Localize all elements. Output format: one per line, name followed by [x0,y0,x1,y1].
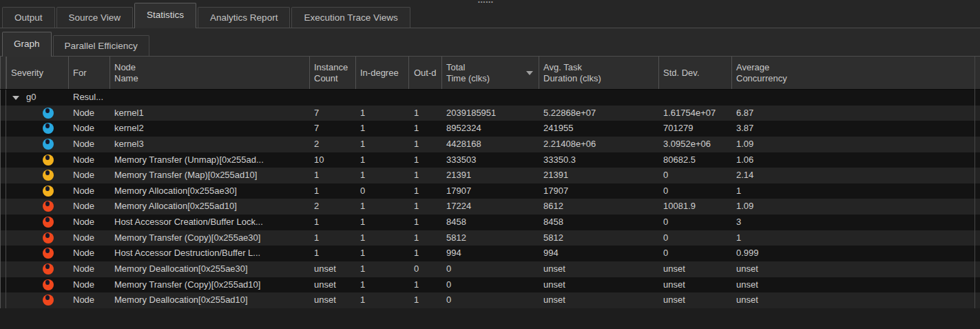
severity-cell [7,137,69,152]
table-row[interactable]: Node kernel1 7 1 1 2039185951 5.22868e+0… [0,106,980,121]
avg-concurrency-cell: 1.09 [732,199,980,215]
table-row[interactable]: Node Memory Allocation[0x255ad10] 2 1 1 … [0,199,980,215]
table-row[interactable]: Node Host Accessor Creation/Buffer Lock.… [0,215,980,230]
col-total-time[interactable]: Total Time (clks) [442,57,539,89]
avg-concurrency-cell: unset [732,277,980,293]
group-name: g0 [26,90,36,106]
severity-icon [43,232,54,243]
col-instance-count[interactable]: Instance Count [310,57,356,89]
avg-task-duration-cell: 21391 [539,168,659,183]
in-degree-cell: 0 [356,183,409,199]
in-degree-cell: 1 [356,152,409,168]
avg-concurrency-cell: 6.87 [732,106,980,121]
table-row[interactable]: Node Memory Deallocation[0x255ae30] unse… [0,261,980,277]
tab-execution-trace-views[interactable]: Execution Trace Views [291,7,410,28]
for-cell: Node [69,168,110,183]
col-in-degree[interactable]: In-degree [356,57,409,89]
group-row-g0[interactable]: g0 Resul... [0,90,980,106]
for-cell: Node [69,152,110,168]
out-degree-cell: 1 [409,215,442,230]
avg-task-duration-cell: 8458 [539,215,659,230]
avg-concurrency-cell: unset [732,261,980,277]
in-degree-cell: 1 [356,215,409,230]
severity-icon [43,248,54,259]
std-dev-cell: unset [659,292,732,308]
std-dev-cell: 0 [659,168,732,183]
col-for[interactable]: For [69,57,110,89]
instance-count-cell: 2 [310,199,356,215]
row-grip [0,230,7,246]
severity-icon [43,170,54,181]
table-row[interactable]: Node Host Accessor Destruction/Buffer L.… [0,246,980,261]
table-row[interactable]: Node kernel2 7 1 1 8952324 241955 701279… [0,121,980,137]
node-name-cell: Memory Transfer (Copy)[0x255ae30] [110,230,310,246]
severity-cell [7,261,69,277]
total-time-cell: 0 [442,277,539,293]
instance-count-cell: unset [310,277,356,293]
severity-icon [43,186,54,197]
in-degree-cell: 1 [356,261,409,277]
out-degree-cell: 1 [409,106,442,121]
tab-graph[interactable]: Graph [2,32,52,57]
avg-task-duration-cell [539,90,659,106]
node-name-cell: Memory Transfer (Map)[0x255ad10] [110,168,310,183]
out-degree-cell: 1 [409,168,442,183]
tab-statistics[interactable]: Statistics [134,3,196,28]
row-grip [0,137,7,152]
tab-analytics-report[interactable]: Analytics Report [198,7,290,28]
for-cell: Node [69,230,110,246]
for-cell: Node [69,137,110,152]
severity-cell [7,292,69,308]
severity-icon [43,139,54,150]
severity-cell [7,121,69,137]
col-total-time-label: Total Time (clks) [446,62,490,84]
severity-icon [43,279,54,290]
instance-count-cell: 1 [310,246,356,261]
node-name-cell: Memory Allocation[0x255ad10] [110,199,310,215]
avg-concurrency-cell: 3 [732,215,980,230]
std-dev-cell: 1.61754e+07 [659,106,732,121]
splitter-handle[interactable]: •••••• [478,0,494,5]
col-std-dev[interactable]: Std. Dev. [659,57,732,89]
row-grip [0,199,7,215]
table-row[interactable]: Node Memory Deallocation[0x255ad10] unse… [0,292,980,308]
severity-cell [7,230,69,246]
out-degree-cell: 1 [409,277,442,293]
col-severity[interactable]: Severity [7,57,69,89]
avg-task-duration-cell: 17907 [539,183,659,199]
row-grip [0,183,7,199]
instance-count-cell: 2 [310,137,356,152]
avg-task-duration-cell: 2.21408e+06 [539,137,659,152]
std-dev-cell: 80682.5 [659,152,732,168]
table-row[interactable]: Node Memory Transfer (Map)[0x255ad10] 1 … [0,168,980,183]
table-row[interactable]: Node Memory Transfer (Copy)[0x255ae30] 1… [0,230,980,246]
table-row[interactable]: Node kernel3 2 1 1 4428168 2.21408e+06 3… [0,137,980,152]
tab-parallel-efficiency[interactable]: Parallel Efficiency [53,35,149,56]
for-cell: Node [69,261,110,277]
in-degree-cell: 1 [356,292,409,308]
col-out-degree[interactable]: Out-d [409,57,442,89]
instance-count-cell [310,90,356,106]
expander-icon[interactable] [12,96,19,100]
severity-icon [43,217,54,228]
instance-count-cell: 1 [310,215,356,230]
tab-source-view[interactable]: Source View [56,7,134,28]
col-avg-task-duration[interactable]: Avg. Task Duration (clks) [539,57,659,89]
col-node-name[interactable]: Node Name [110,57,310,89]
table-row[interactable]: Node Memory Allocation[0x255ae30] 1 0 1 … [0,183,980,199]
avg-concurrency-cell: 1 [732,230,980,246]
tab-output[interactable]: Output [2,7,55,28]
for-cell: Node [69,106,110,121]
total-time-cell: 333503 [442,152,539,168]
total-time-cell: 5812 [442,230,539,246]
table-row[interactable]: Node Memory Transfer (Unmap)[0x255ad... … [0,152,980,168]
for-cell: Node [69,246,110,261]
table-row[interactable]: Node Memory Transfer (Copy)[0x255ad10] u… [0,277,980,293]
row-grip [0,121,7,137]
avg-task-duration-cell: 241955 [539,121,659,137]
node-name-cell: kernel1 [110,106,310,121]
for-cell: Node [69,215,110,230]
col-average-concurrency[interactable]: Average Concurrency [732,57,980,89]
std-dev-cell: unset [659,277,732,293]
row-grip [0,246,7,261]
